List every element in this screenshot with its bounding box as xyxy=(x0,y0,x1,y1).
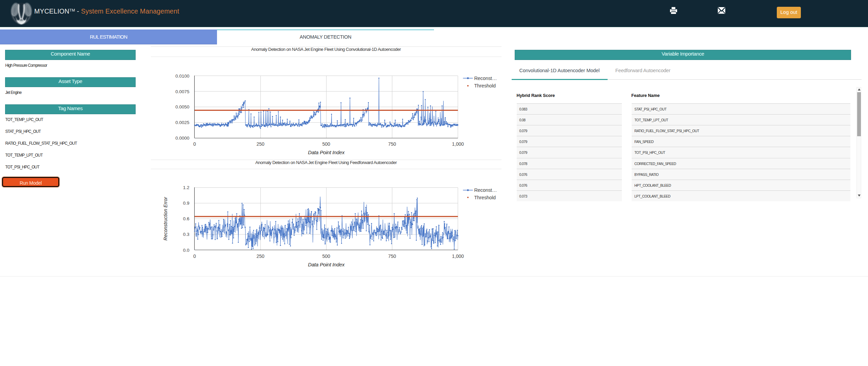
svg-text:0.3: 0.3 xyxy=(183,232,189,237)
svg-text:0.6: 0.6 xyxy=(183,216,189,221)
svg-text:1,000: 1,000 xyxy=(452,253,463,259)
svg-text:0: 0 xyxy=(193,141,196,147)
svg-text:Threshold: Threshold xyxy=(474,195,496,200)
svg-text:Data Point Index: Data Point Index xyxy=(308,261,344,267)
svg-text:0.0: 0.0 xyxy=(183,247,189,252)
svg-text:0.0075: 0.0075 xyxy=(175,89,189,94)
svg-text:0.0100: 0.0100 xyxy=(175,74,189,79)
svg-text:Data Point Index: Data Point Index xyxy=(308,149,344,155)
svg-text:0.0025: 0.0025 xyxy=(175,120,189,125)
svg-text:250: 250 xyxy=(256,253,264,259)
svg-text:Threshold: Threshold xyxy=(474,83,496,88)
svg-text:750: 750 xyxy=(388,141,396,147)
svg-text:500: 500 xyxy=(322,141,330,147)
svg-text:1,000: 1,000 xyxy=(452,141,463,147)
svg-text:0.9: 0.9 xyxy=(183,201,189,206)
svg-text:Reconstruction Error: Reconstruction Error xyxy=(163,196,168,240)
svg-text:750: 750 xyxy=(388,253,396,259)
svg-text:0: 0 xyxy=(193,253,196,259)
svg-text:500: 500 xyxy=(322,253,330,259)
svg-text:Reconst…: Reconst… xyxy=(474,76,497,81)
svg-text:0.0000: 0.0000 xyxy=(175,136,189,141)
svg-text:Reconst…: Reconst… xyxy=(474,187,497,193)
svg-text:0.0050: 0.0050 xyxy=(175,104,189,109)
svg-text:250: 250 xyxy=(256,141,264,147)
svg-text:1.2: 1.2 xyxy=(183,185,189,190)
